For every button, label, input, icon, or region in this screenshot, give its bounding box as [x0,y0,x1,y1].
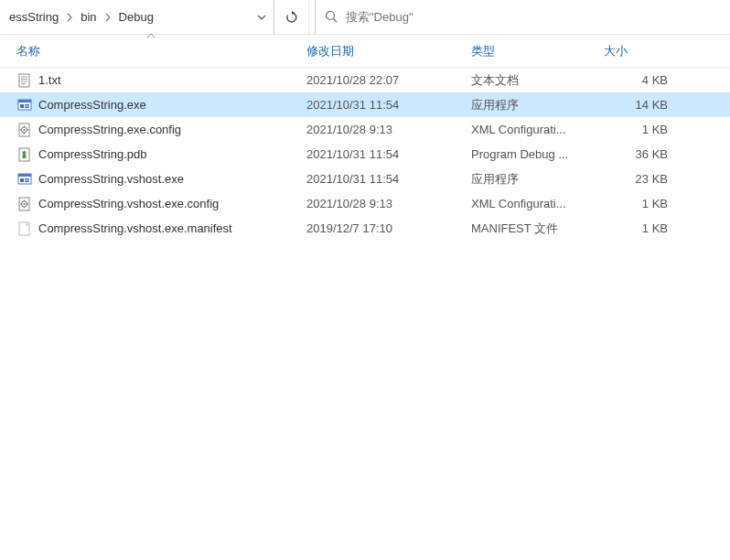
svg-rect-25 [25,178,29,180]
search-box[interactable] [315,0,730,34]
file-name: CompressString.vshost.exe [38,172,184,186]
file-row[interactable]: 1.txt2021/10/28 22:07文本文档4 KB [0,68,730,92]
chevron-right-icon[interactable] [102,0,113,34]
file-row[interactable]: CompressString.vshost.exe.config2021/10/… [0,191,730,216]
svg-point-20 [23,151,27,155]
svg-line-1 [334,19,338,23]
file-icon [16,221,33,237]
file-name: CompressString.vshost.exe.config [38,197,219,210]
search-icon [325,10,338,24]
file-date: 2021/10/28 9:13 [306,123,471,136]
file-date: 2021/10/28 9:13 [306,197,471,210]
breadcrumb: essString bin Debug [0,0,274,34]
file-row[interactable]: CompressString.pdb2021/10/31 11:54Progra… [0,142,730,167]
file-type: XML Configurati... [471,123,604,136]
file-name: CompressString.exe.config [38,123,181,136]
file-row[interactable]: CompressString.exe2021/10/31 11:54应用程序14… [0,92,730,117]
svg-rect-34 [19,222,29,235]
breadcrumb-item[interactable]: Debug [113,0,159,34]
svg-point-14 [24,129,26,131]
refresh-button[interactable] [274,0,309,34]
file-date: 2021/10/28 22:07 [306,73,471,87]
file-icon [16,146,33,163]
svg-rect-26 [25,180,29,182]
column-header-name[interactable]: 名称 [0,35,306,67]
file-date: 2021/10/31 11:54 [306,98,471,112]
column-header-size[interactable]: 大小 [604,35,695,67]
file-type: MANIFEST 文件 [471,221,604,237]
file-row[interactable]: CompressString.exe.config2021/10/28 9:13… [0,117,730,142]
column-header-type[interactable]: 类型 [471,35,604,67]
address-toolbar: essString bin Debug [0,0,730,35]
svg-rect-21 [23,155,27,158]
breadcrumb-dropdown[interactable] [250,0,274,34]
file-size: 1 KB [604,221,695,235]
svg-point-29 [24,203,26,205]
search-input[interactable] [346,10,721,24]
file-name: CompressString.pdb [38,147,147,161]
file-name: 1.txt [38,73,61,87]
svg-rect-11 [25,106,29,108]
file-size: 14 KB [604,98,695,112]
file-type: Program Debug ... [471,147,604,161]
file-type: XML Configurati... [471,197,604,210]
file-icon [16,171,33,188]
svg-rect-9 [20,104,24,108]
file-type: 应用程序 [471,171,604,188]
file-size: 1 KB [604,123,695,136]
file-size: 36 KB [604,147,695,161]
chevron-right-icon[interactable] [64,0,75,34]
svg-rect-24 [20,178,24,182]
svg-rect-8 [18,100,31,102]
file-icon [16,97,33,113]
file-name: CompressString.vshost.exe.manifest [38,221,232,235]
breadcrumb-item[interactable]: essString [4,0,64,34]
sort-indicator-icon [146,33,156,38]
file-size: 1 KB [604,197,695,210]
file-size: 4 KB [604,73,695,87]
file-date: 2021/10/31 11:54 [306,147,471,161]
file-date: 2021/10/31 11:54 [306,172,471,186]
file-row[interactable]: CompressString.vshost.exe.manifest2019/1… [0,216,730,241]
file-list: 1.txt2021/10/28 22:07文本文档4 KBCompressStr… [0,68,730,241]
svg-rect-10 [25,104,29,106]
column-headers: 名称 修改日期 类型 大小 [0,35,730,68]
file-icon [16,196,33,212]
breadcrumb-item[interactable]: bin [75,0,102,34]
file-icon [16,122,33,138]
file-row[interactable]: CompressString.vshost.exe2021/10/31 11:5… [0,167,730,191]
file-type: 应用程序 [471,97,604,113]
file-icon [16,72,33,89]
file-name: CompressString.exe [38,98,146,112]
file-type: 文本文档 [471,72,604,89]
svg-rect-23 [18,174,31,177]
svg-point-0 [327,12,335,20]
column-header-date[interactable]: 修改日期 [306,35,471,67]
file-size: 23 KB [604,172,695,186]
file-date: 2019/12/7 17:10 [306,221,471,235]
svg-rect-2 [19,74,29,87]
